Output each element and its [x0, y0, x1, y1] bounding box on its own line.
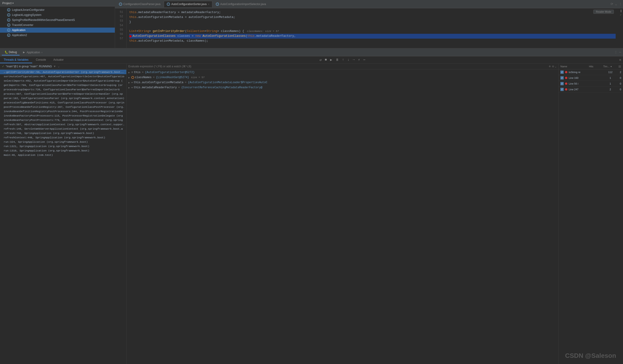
expand-grid-icon[interactable]: ⊞ — [618, 64, 621, 68]
var-item-3[interactable]: ▶ ∞ this.metadataReaderFactory = {Concur… — [127, 85, 558, 90]
app-run-icon: ▶ — [22, 51, 25, 54]
project-tree: CLogbackJoranConfiguratorCLogbackLogging… — [0, 6, 115, 48]
filter-icon[interactable]: ▼ — [53, 65, 56, 68]
tree-item-logbackloggingsystem[interactable]: CLogbackLoggingSystem — [0, 12, 115, 18]
more-tabs-icon[interactable]: ⌄ — [615, 2, 617, 6]
thread-expand-icon[interactable]: ⌄ — [58, 65, 60, 68]
sort-icon[interactable]: ▾ — [611, 65, 612, 68]
pause-icon[interactable]: ⏸ — [334, 58, 340, 62]
code-text: List<String> getInPriorityOrder(Collecti… — [129, 29, 244, 34]
debug-tab-close[interactable]: × — [41, 51, 43, 54]
expression-icons: ⊕ ⚙ — [549, 64, 554, 68]
bp-red-dot-0 — [565, 71, 567, 73]
stack-frame-10[interactable]: invokeBeanFactoryPostProcessors:115, Pos… — [0, 114, 126, 118]
tree-item-logbackjoranconfigurator[interactable]: CLogbackJoranConfigurator — [0, 7, 115, 12]
bp-checkbox-1[interactable] — [560, 76, 564, 80]
var-size: size = 57 — [191, 76, 204, 79]
pin-icon[interactable]: ⋮ — [614, 50, 618, 54]
resume-icon[interactable]: ▶ — [329, 57, 333, 62]
stack-frame-7[interactable]: processConfigBeanDefinitions:415, Config… — [0, 101, 126, 105]
stack-frame-17[interactable]: run:1321, SpringApplication (org.springf… — [0, 144, 126, 148]
stack-frame-16[interactable]: run:324, SpringApplication (org.springfr… — [0, 140, 126, 144]
var-expand-icon[interactable]: ▶ — [128, 86, 130, 89]
expand-panel-icon[interactable]: ⊞ — [618, 58, 623, 62]
stack-frame-12[interactable]: refresh:597, AbstractApplicationContext … — [0, 122, 126, 127]
code-line-52: this.autoConfigurationMetadata = autoCon… — [129, 15, 616, 20]
editor-tab-autoconfigurationsorter.java[interactable]: CAutoConfigurationSorter.java× — [164, 1, 212, 7]
restart-icon[interactable]: ↺ — [319, 57, 323, 62]
var-expand-icon[interactable]: ▶ — [128, 76, 130, 79]
breakpoints-panel: Name Hits Tim... ▾ ⊞ toString re 112 2 L… — [558, 64, 623, 364]
tree-item-springprofileifnestedwithinsecondphaseelements[interactable]: CSpringProfileIfNestedWithinSecondPhaseE… — [0, 18, 115, 22]
code-line-53: } — [129, 20, 616, 25]
debug-subtab-actuator[interactable]: Actuator — [50, 57, 67, 63]
bp-name-0[interactable]: toString re — [569, 71, 601, 74]
var-expand-icon[interactable]: ▶ — [128, 71, 130, 74]
bp-name-1[interactable]: Line 160 — [569, 77, 601, 79]
line-number-51: 51 — [115, 10, 124, 15]
code-area[interactable]: this.metadataReaderFactory = metadataRea… — [127, 8, 618, 48]
expression-input[interactable] — [128, 65, 548, 68]
step-over-icon[interactable]: → — [352, 58, 356, 62]
bp-list: toString re 112 2 Line 160 1 0 Line 56 i… — [558, 69, 623, 364]
add-watch-icon[interactable]: ⊕ — [549, 64, 551, 68]
stack-frame-18[interactable]: run:1310, SpringApplication (org.springf… — [0, 148, 126, 153]
stack-frame-15[interactable]: refreshContext:448, SpringApplication (o… — [0, 135, 126, 140]
var-expand-icon[interactable]: ▶ — [128, 81, 130, 84]
bp-checkbox-3[interactable] — [560, 88, 564, 91]
editor-options-icon[interactable]: ⋮ — [619, 2, 622, 6]
expression-dropdown[interactable]: ⌄ — [555, 65, 556, 68]
more-icon[interactable]: ⋯ — [362, 57, 366, 62]
minimize-icon[interactable]: — — [619, 50, 621, 54]
check-icon: ✓ — [620, 13, 622, 16]
stack-frame-0[interactable]: ↵getInPriorityOrder:56, AutoConfiguratio… — [0, 70, 126, 74]
var-item-0[interactable]: ▶ ≡ this = {AutoConfigurationSorter@5272… — [127, 70, 558, 75]
step-out-icon[interactable]: ↑ — [341, 58, 345, 62]
sync-icon[interactable]: ⟳ — [611, 2, 613, 6]
stack-frame-2[interactable]: selectImports:452, AutoConfigurationImpo… — [0, 79, 126, 83]
debug-subtab-threads-and-variables[interactable]: Threads & Variables — [0, 57, 32, 63]
stack-frame-19[interactable]: main:46, Application (com.test) — [0, 153, 126, 157]
var-item-1[interactable]: ▶ classNames = {LinkedHashSet@5274} size… — [127, 75, 558, 80]
stack-frame-14[interactable]: refresh:746, SpringApplication (org.spri… — [0, 131, 126, 135]
bp-checkbox-0[interactable] — [560, 71, 564, 74]
bp-name-3[interactable]: Line 247 — [569, 88, 601, 91]
line-number-54: 54 — [115, 23, 124, 28]
tree-item-traceidconverter[interactable]: CTraceIdConverter — [0, 22, 115, 28]
editor-tab-configurationclassparser.java[interactable]: CConfigurationClassParser.java — [116, 1, 163, 7]
stack-frame-3[interactable]: getImports:799, ConfigurationClassParser… — [0, 83, 126, 87]
stop-icon[interactable]: ■ — [324, 58, 328, 62]
stack-frame-1[interactable]: sortAutoConfigurations:467, AutoConfigur… — [0, 74, 126, 79]
debug-tab-debug[interactable]: 🐛Debug — [2, 49, 20, 55]
evaluate-icon[interactable]: ⚡ — [357, 57, 361, 62]
bp-name-2[interactable]: Line 56 i — [569, 82, 601, 85]
expression-panel: ⊕ ⚙ ⌄ ▶ ≡ this = {AutoConfigurationSorte… — [127, 64, 558, 364]
debug-tab-application[interactable]: ▶Application× — [20, 50, 45, 55]
stack-frame-13[interactable]: refresh:146, ServletWebServerApplication… — [0, 127, 126, 131]
stack-frame-9[interactable]: invokeBeanDefinitionRegistryPostProcesso… — [0, 109, 126, 114]
bp-col-time: Tim... ▾ — [603, 65, 618, 68]
project-header[interactable]: Project ▾ — [0, 0, 115, 6]
editor-tab-autoconfigurationimportselector.java[interactable]: CAutoConfigurationImportSelector.java — [213, 1, 269, 7]
stack-frame-5[interactable]: process:697, ConfigurationClassParser$De… — [0, 92, 126, 96]
step-into-icon[interactable]: ↓ — [346, 58, 350, 62]
stack-arrow: ↵ — [4, 71, 5, 74]
scrollbar-thumb[interactable]: ▐ — [620, 10, 622, 12]
editor-right-icons: ⟳ ⌄ ⋮ — [611, 2, 622, 6]
expression-input-row: ⊕ ⚙ ⌄ — [127, 64, 558, 69]
tree-item-application[interactable]: CApplication — [0, 28, 115, 33]
settings-icon[interactable]: ⚙ — [552, 64, 554, 68]
obj-icon — [131, 76, 134, 79]
stack-frame-8[interactable]: postProcessBeanDefinitionRegistry:287, C… — [0, 105, 126, 109]
bp-checkbox-2[interactable] — [560, 82, 564, 85]
debug-subtab-console[interactable]: Console — [32, 57, 50, 63]
var-item-2[interactable]: ▶ ∞ this.autoConfigurationMetadata = {Au… — [127, 80, 558, 85]
tab-close-button[interactable]: × — [208, 3, 209, 5]
variables-list: ▶ ≡ this = {AutoConfigurationSorter@5272… — [127, 69, 558, 364]
stack-frame-6[interactable]: parse:182, ConfigurationClassParser (org… — [0, 96, 126, 101]
tree-item-application2[interactable]: CApplication2 — [0, 33, 115, 38]
stack-frame-11[interactable]: invokeBeanFactoryPostProcessors:779, Abs… — [0, 118, 126, 122]
breakpoint-dot[interactable] — [129, 35, 132, 38]
reader-mode-button[interactable]: Reader Mode — [593, 10, 614, 14]
stack-frame-4[interactable]: processGroupImports:726, ConfigurationCl… — [0, 87, 126, 92]
